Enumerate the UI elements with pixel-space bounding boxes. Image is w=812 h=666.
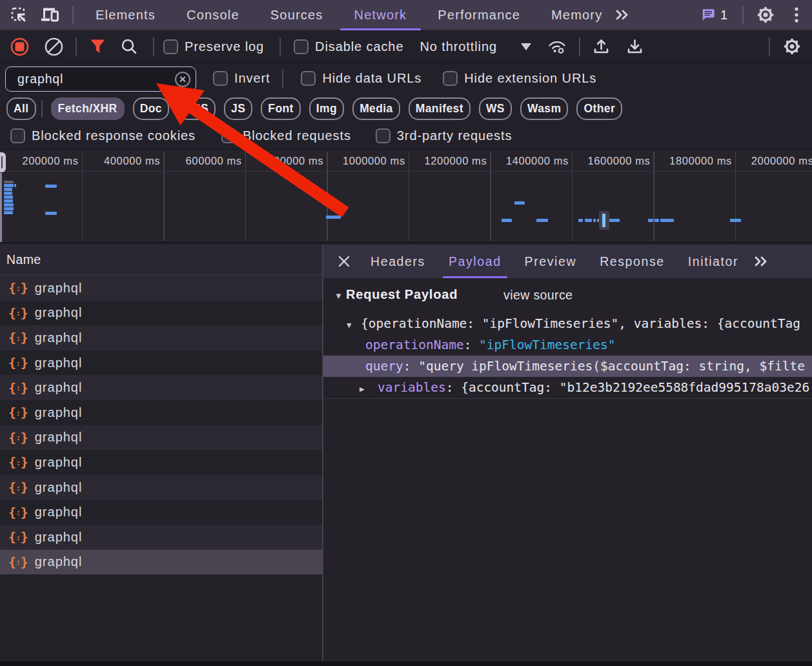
overview-request-bar	[326, 216, 341, 219]
request-row[interactable]: {:}graphql	[0, 500, 322, 525]
network-settings-gear-icon[interactable]	[783, 37, 801, 56]
more-detail-tabs-icon[interactable]	[753, 255, 769, 268]
disable-cache-label: Disable cache	[315, 39, 403, 54]
tab-elements[interactable]: Elements	[80, 0, 171, 30]
network-conditions-icon[interactable]	[547, 38, 567, 56]
filter-input[interactable]: graphql	[5, 66, 196, 92]
request-row[interactable]: {:}graphql	[0, 475, 322, 500]
overview-request-bar	[660, 219, 674, 222]
json-braces-icon: {:}	[8, 530, 29, 543]
payload-tree-row[interactable]: query: "query ipFlowTimeseries($accountT…	[323, 356, 812, 377]
overview-request-bar	[14, 184, 16, 187]
detail-tab-preview[interactable]: Preview	[513, 245, 589, 278]
json-braces-icon: {:}	[8, 381, 29, 394]
filter-chip-ws[interactable]: WS	[479, 97, 512, 120]
overview-gridline	[653, 152, 655, 241]
disable-cache-checkbox[interactable]	[294, 39, 309, 54]
filter-chip-all[interactable]: All	[6, 97, 36, 120]
request-row[interactable]: {:}graphql	[0, 525, 322, 550]
search-icon[interactable]	[120, 38, 137, 56]
request-name: graphql	[35, 356, 83, 370]
request-row[interactable]: {:}graphql	[0, 276, 322, 301]
json-braces-icon: {:}	[8, 431, 29, 444]
overview-left-grip[interactable]	[0, 152, 6, 172]
view-source-link[interactable]: view source	[503, 288, 573, 303]
detail-tab-headers[interactable]: Headers	[359, 245, 437, 278]
filter-chip-img[interactable]: Img	[309, 97, 344, 120]
preserve-log-checkbox[interactable]	[163, 39, 178, 54]
request-name: graphql	[35, 305, 83, 320]
request-name: graphql	[35, 455, 83, 470]
checkbox-label: 3rd-party requests	[397, 128, 513, 143]
blocked-requests-checkbox[interactable]	[221, 128, 236, 143]
request-name: graphql	[35, 330, 83, 345]
tab-console[interactable]: Console	[171, 0, 255, 30]
detail-tab-payload[interactable]: Payload	[437, 245, 513, 278]
device-toolbar-icon[interactable]	[41, 7, 59, 23]
3rd-party-requests-checkbox[interactable]	[376, 128, 391, 143]
payload-plain: {accountTag: "b12e3b2192ee5588fdad995178…	[461, 380, 809, 395]
filter-funnel-icon[interactable]	[90, 39, 106, 54]
request-payload-section[interactable]: ▼ Request Payload view source	[323, 285, 812, 308]
payload-string: "ipFlowTimeseries"	[479, 338, 615, 352]
json-braces-icon: {:}	[8, 406, 29, 419]
tab-memory[interactable]: Memory	[536, 0, 618, 30]
filter-chip-css[interactable]: CSS	[178, 97, 216, 120]
triangle-right-icon[interactable]: ▶	[360, 378, 378, 398]
payload-tree-row[interactable]: ▶variables: {accountTag: "b12e3b2192ee55…	[323, 377, 812, 398]
request-row[interactable]: {:}graphql	[0, 325, 322, 350]
detail-tab-response[interactable]: Response	[588, 245, 676, 278]
overview-left-edge-line	[0, 173, 2, 242]
filter-chip-manifest[interactable]: Manifest	[409, 97, 471, 120]
request-row[interactable]: {:}graphql	[0, 375, 322, 400]
network-overview-timeline[interactable]: 200000 ms400000 ms600000 ms800000 ms1000…	[0, 150, 812, 243]
json-braces-icon: {:}	[8, 331, 29, 344]
request-row[interactable]: {:}graphql	[0, 350, 322, 376]
clear-filter-icon[interactable]	[175, 72, 190, 87]
request-row[interactable]: {:}graphql	[0, 301, 322, 326]
triangle-down-icon[interactable]: ▼	[347, 314, 361, 334]
detail-tab-initiator[interactable]: Initiator	[676, 245, 750, 278]
filter-chip-wasm[interactable]: Wasm	[520, 97, 569, 120]
overview-request-bar	[648, 219, 653, 222]
payload-key: operationName	[365, 338, 464, 352]
record-network-log-icon[interactable]	[10, 37, 29, 56]
payload-tree-row[interactable]: operationName: "ipFlowTimeseries"	[323, 334, 812, 356]
filter-chip-js[interactable]: JS	[224, 97, 252, 120]
overview-tick-label: 1000000 ms	[343, 155, 405, 167]
tab-network[interactable]: Network	[339, 0, 423, 30]
payload-tree-row[interactable]: ▼{operationName: "ipFlowTimeseries", var…	[323, 313, 812, 334]
request-row[interactable]: {:}graphql	[0, 450, 322, 475]
request-row[interactable]: {:}graphql	[0, 425, 322, 450]
throttling-select[interactable]: No throttling	[420, 39, 497, 54]
network-toolbar: Preserve log Disable cache No throttling	[0, 31, 812, 63]
request-row[interactable]: {:}graphql	[0, 550, 322, 575]
filter-chip-media[interactable]: Media	[352, 97, 400, 120]
invert-checkbox[interactable]	[213, 71, 228, 86]
close-icon[interactable]	[329, 245, 359, 278]
request-row[interactable]: {:}graphql	[0, 400, 322, 425]
network-main-split: Name {:}graphql{:}graphql{:}graphql{:}gr…	[0, 245, 812, 661]
inspect-element-icon[interactable]	[10, 6, 28, 24]
import-har-icon[interactable]	[593, 38, 610, 56]
tab-performance[interactable]: Performance	[422, 0, 536, 30]
filter-chip-other[interactable]: Other	[576, 97, 622, 120]
name-column-header[interactable]: Name	[0, 245, 322, 276]
clear-network-log-icon[interactable]	[45, 37, 63, 56]
filter-chip-font[interactable]: Font	[261, 97, 301, 120]
checkbox-label: Blocked requests	[243, 128, 351, 143]
tab-sources[interactable]: Sources	[255, 0, 339, 30]
settings-gear-icon[interactable]	[756, 6, 775, 24]
blocked-response-cookies-checkbox[interactable]	[10, 128, 25, 143]
overview-gridline	[490, 152, 491, 241]
filter-chip-doc[interactable]: Doc	[133, 97, 169, 120]
filter-chip-fetch-xhr[interactable]: Fetch/XHR	[51, 97, 125, 120]
hide-extension-urls-checkbox[interactable]	[443, 71, 458, 86]
payload-panel: ▼ Request Payload view source ▼{operatio…	[323, 278, 812, 661]
kebab-menu-icon[interactable]	[794, 6, 799, 23]
hide-data-urls-checkbox[interactable]	[301, 71, 316, 86]
export-har-icon[interactable]	[626, 38, 644, 56]
overview-request-bar	[578, 219, 583, 222]
chat-icon[interactable]	[701, 8, 715, 22]
json-braces-icon: {:}	[8, 481, 29, 494]
